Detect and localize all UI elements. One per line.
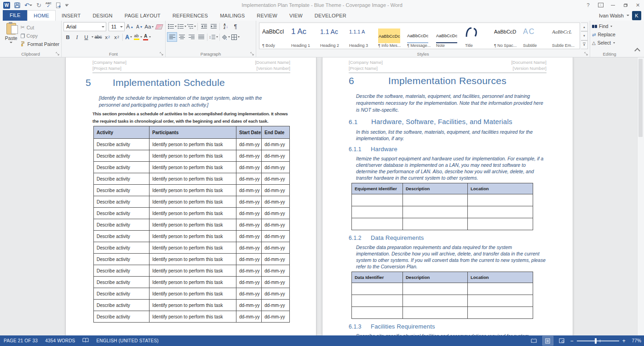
borders-button[interactable]: [231, 33, 240, 41]
zoom-in-button[interactable]: +: [622, 338, 626, 344]
column-header[interactable]: Start Date: [236, 126, 262, 139]
table-cell[interactable]: [403, 307, 468, 319]
table-cell[interactable]: dd-mm-yy: [236, 277, 262, 288]
header-company-name[interactable]: [Company Name]: [349, 59, 383, 65]
guidance-paragraph[interactable]: In this section, list the software, mate…: [356, 129, 546, 142]
table-cell[interactable]: dd-mm-yy: [236, 254, 262, 265]
print-layout-button[interactable]: [543, 336, 553, 345]
format-painter-button[interactable]: Format Painter: [21, 40, 59, 48]
table-cell[interactable]: Describe activity: [94, 150, 150, 162]
column-header[interactable]: Description: [403, 272, 468, 283]
save-button[interactable]: [14, 1, 20, 9]
page-header[interactable]: [Company Name][Project Name] [Document N…: [349, 59, 546, 71]
hardware-table[interactable]: Equipment IdentifierDescriptionLocation: [351, 183, 533, 230]
table-cell[interactable]: dd-mm-yy: [262, 150, 290, 162]
font-size-combo[interactable]: 11: [109, 22, 125, 31]
column-header[interactable]: Location: [468, 183, 533, 194]
table-cell[interactable]: dd-mm-yy: [236, 162, 262, 173]
style-h2[interactable]: 1.1 AcHeading 2: [317, 23, 346, 49]
table-cell[interactable]: dd-mm-yy: [236, 288, 262, 300]
table-cell[interactable]: [403, 218, 468, 230]
table-cell[interactable]: [403, 295, 468, 307]
table-cell[interactable]: [352, 218, 403, 230]
table-cell[interactable]: Identify person to perform this task: [150, 208, 236, 219]
account-name[interactable]: Ivan Walsh: [599, 13, 624, 18]
table-cell[interactable]: dd-mm-yy: [236, 219, 262, 231]
table-cell[interactable]: Describe activity: [94, 242, 150, 254]
replace-button[interactable]: ⇄Replace: [592, 30, 627, 39]
subscript-button[interactable]: x2: [103, 33, 112, 41]
column-header[interactable]: End Date: [262, 126, 290, 139]
table-cell[interactable]: dd-mm-yy: [262, 288, 290, 300]
table-cell[interactable]: dd-mm-yy: [236, 139, 262, 150]
styles-dialog-launcher[interactable]: [584, 52, 588, 56]
tab-design[interactable]: DESIGN: [86, 10, 118, 21]
table-cell[interactable]: [468, 307, 533, 319]
scrollbar-thumb[interactable]: [638, 59, 643, 137]
table-cell[interactable]: Identify person to perform this task: [150, 242, 236, 254]
paragraph-dialog-launcher[interactable]: [250, 52, 254, 56]
table-cell[interactable]: dd-mm-yy: [262, 311, 290, 323]
table-cell[interactable]: Identify person to perform this task: [150, 231, 236, 242]
table-cell[interactable]: dd-mm-yy: [236, 173, 262, 185]
table-cell[interactable]: dd-mm-yy: [236, 231, 262, 242]
tab-home[interactable]: HOME: [27, 10, 56, 21]
clear-formatting-button[interactable]: [155, 23, 163, 31]
paste-button[interactable]: Paste: [2, 22, 21, 50]
table-cell[interactable]: dd-mm-yy: [236, 242, 262, 254]
zoom-slider-track[interactable]: [577, 340, 619, 341]
tab-view[interactable]: VIEW: [283, 10, 309, 21]
table-cell[interactable]: Describe activity: [94, 254, 150, 265]
schedule-table[interactable]: ActivityParticipantsStart DateEnd DateDe…: [93, 126, 290, 323]
table-cell[interactable]: dd-mm-yy: [262, 196, 290, 208]
grow-font-button[interactable]: A▲: [126, 23, 134, 31]
tab-insert[interactable]: INSERT: [56, 10, 86, 21]
table-cell[interactable]: [403, 206, 468, 218]
table-cell[interactable]: Identify person to perform this task: [150, 288, 236, 300]
header-document-name[interactable]: [Document Name]: [255, 59, 290, 65]
table-cell[interactable]: Identify person to perform this task: [150, 254, 236, 265]
style-msg[interactable]: AaBbCcDc¶ Message...: [404, 23, 433, 49]
close-button[interactable]: ✕: [632, 0, 644, 10]
line-spacing-button[interactable]: ↕: [209, 33, 218, 41]
strikethrough-button[interactable]: abc: [94, 33, 103, 41]
table-cell[interactable]: Describe activity: [94, 300, 150, 311]
font-dialog-launcher[interactable]: [160, 52, 164, 56]
zoom-out-button[interactable]: −: [570, 338, 574, 344]
table-cell[interactable]: dd-mm-yy: [262, 139, 290, 150]
table-cell[interactable]: [352, 307, 403, 319]
sort-button[interactable]: AZ↓: [221, 22, 230, 31]
guidance-paragraph[interactable]: [Identify the schedule for implementatio…: [99, 95, 283, 108]
style-h3[interactable]: 1.1.1 AHeading 3: [346, 23, 375, 49]
table-cell[interactable]: Describe activity: [94, 139, 150, 150]
table-cell[interactable]: dd-mm-yy: [262, 173, 290, 185]
table-cell[interactable]: [468, 295, 533, 307]
table-cell[interactable]: dd-mm-yy: [262, 162, 290, 173]
cut-button[interactable]: ✂Cut: [21, 23, 59, 31]
bullets-button[interactable]: [167, 22, 177, 31]
table-cell[interactable]: dd-mm-yy: [262, 242, 290, 254]
restore-button[interactable]: [619, 0, 632, 10]
table-cell[interactable]: Describe activity: [94, 231, 150, 242]
increase-indent-button[interactable]: [209, 22, 218, 31]
table-cell[interactable]: [352, 206, 403, 218]
column-header[interactable]: Equipment Identifier: [352, 183, 403, 194]
table-cell[interactable]: [468, 283, 533, 295]
table-cell[interactable]: dd-mm-yy: [236, 150, 262, 162]
table-cell[interactable]: [403, 283, 468, 295]
styles-scroll-down-button[interactable]: ▼: [581, 31, 588, 40]
table-cell[interactable]: Describe activity: [94, 288, 150, 300]
help-button[interactable]: ?: [582, 0, 594, 10]
column-header[interactable]: Participants: [150, 126, 236, 139]
table-cell[interactable]: dd-mm-yy: [262, 208, 290, 219]
table-cell[interactable]: dd-mm-yy: [236, 265, 262, 277]
table-cell[interactable]: Identify person to perform this task: [150, 311, 236, 323]
style-info[interactable]: AaBbCcDc¶ Info Mes...: [375, 23, 404, 49]
guidance-paragraph[interactable]: Describe data preparation requirements a…: [356, 244, 546, 270]
shrink-font-button[interactable]: A▼: [135, 23, 144, 31]
column-header[interactable]: Activity: [94, 126, 150, 139]
spelling-grammar-button[interactable]: ABC✓: [46, 1, 52, 9]
table-cell[interactable]: Describe activity: [94, 219, 150, 231]
table-cell[interactable]: [468, 218, 533, 230]
table-cell[interactable]: dd-mm-yy: [236, 185, 262, 196]
